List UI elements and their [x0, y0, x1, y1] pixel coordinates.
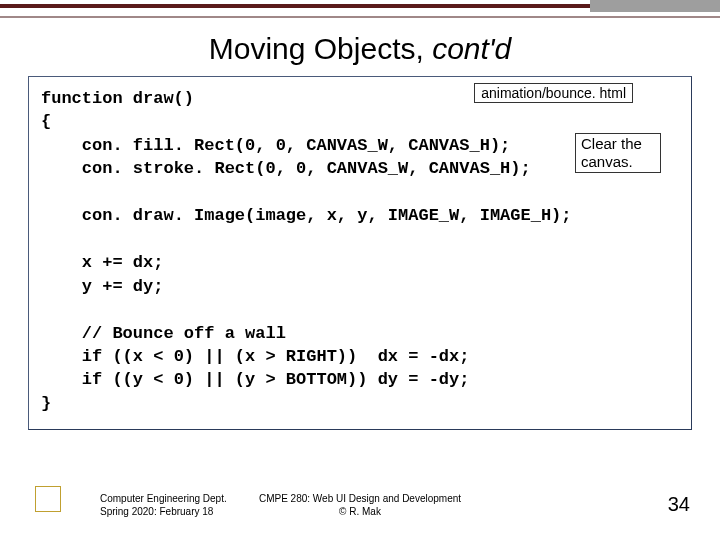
top-grey-block — [590, 0, 720, 12]
code-box: animation/bounce. html Clear the canvas.… — [28, 76, 692, 430]
title-emphasis: cont'd — [432, 32, 511, 65]
page-number: 34 — [668, 493, 690, 516]
slide-title: Moving Objects, cont'd — [0, 32, 720, 66]
title-text: Moving Objects, — [209, 32, 432, 65]
annotation-box: Clear the canvas. — [575, 133, 661, 173]
footer-mid-line2: © R. Mak — [0, 505, 720, 518]
footer-mid: CMPE 280: Web UI Design and Development … — [0, 492, 720, 518]
file-label: animation/bounce. html — [474, 83, 633, 103]
footer: Computer Engineering Dept. Spring 2020: … — [0, 474, 720, 522]
footer-mid-line1: CMPE 280: Web UI Design and Development — [0, 492, 720, 505]
rule-thin — [0, 16, 720, 18]
